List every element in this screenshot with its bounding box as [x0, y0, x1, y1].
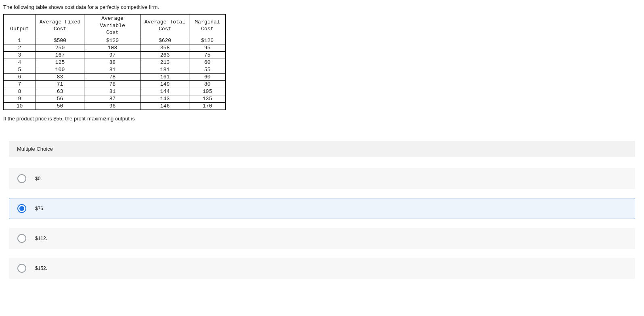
cell-atc: 181	[141, 66, 189, 73]
cell-afc: 100	[36, 66, 84, 73]
cell-atc: 146	[141, 102, 189, 110]
cell-afc: 167	[36, 51, 84, 59]
th-avc: Average VariableCost	[84, 15, 141, 37]
cell-afc: 83	[36, 73, 84, 80]
mc-option[interactable]: $0.	[9, 168, 635, 189]
mc-option[interactable]: $112.	[9, 228, 635, 249]
cell-out: 4	[4, 59, 36, 66]
radio-icon[interactable]	[17, 204, 26, 213]
radio-icon[interactable]	[17, 264, 26, 273]
cell-out: 1	[4, 37, 36, 44]
cell-afc: $500	[36, 37, 84, 44]
cell-out: 3	[4, 51, 36, 59]
radio-icon[interactable]	[17, 174, 26, 183]
table-row: 31679726375	[4, 51, 226, 59]
cell-out: 10	[4, 102, 36, 110]
table-row: 51008118155	[4, 66, 226, 73]
mc-option[interactable]: $152.	[9, 258, 635, 279]
mc-title: Multiple Choice	[9, 141, 635, 157]
cell-out: 6	[4, 73, 36, 80]
table-row: 41258821360	[4, 59, 226, 66]
mc-option-label: $76.	[35, 206, 44, 211]
cell-out: 8	[4, 88, 36, 95]
table-row: 6837816160	[4, 73, 226, 80]
cell-afc: 50	[36, 102, 84, 110]
cell-mc: 80	[189, 80, 226, 88]
cell-atc: 358	[141, 44, 189, 51]
cell-afc: 56	[36, 95, 84, 102]
cell-atc: 149	[141, 80, 189, 88]
mc-option-label: $0.	[35, 176, 42, 181]
cell-avc: 81	[84, 88, 141, 95]
cell-atc: 263	[141, 51, 189, 59]
cell-avc: 88	[84, 59, 141, 66]
cell-mc: 105	[189, 88, 226, 95]
cell-avc: $120	[84, 37, 141, 44]
cell-avc: 78	[84, 73, 141, 80]
cell-mc: 170	[189, 102, 226, 110]
cell-afc: 71	[36, 80, 84, 88]
mc-option[interactable]: $76.	[9, 198, 635, 219]
table-row: 95687143135	[4, 95, 226, 102]
cell-atc: 144	[141, 88, 189, 95]
th-afc: Average FixedCost	[36, 15, 84, 37]
cell-avc: 81	[84, 66, 141, 73]
cell-mc: $120	[189, 37, 226, 44]
cell-atc: 161	[141, 73, 189, 80]
table-row: 105096146170	[4, 102, 226, 110]
cell-out: 2	[4, 44, 36, 51]
mc-option-label: $112.	[35, 236, 47, 241]
cell-afc: 250	[36, 44, 84, 51]
cell-avc: 87	[84, 95, 141, 102]
th-mc: MarginalCost	[189, 15, 226, 37]
cell-mc: 95	[189, 44, 226, 51]
cell-atc: 143	[141, 95, 189, 102]
cell-out: 7	[4, 80, 36, 88]
table-row: 225010835895	[4, 44, 226, 51]
cell-avc: 108	[84, 44, 141, 51]
multiple-choice-block: Multiple Choice $0.$76.$112.$152.	[9, 141, 635, 279]
question-text: If the product price is $55, the profit-…	[3, 116, 641, 122]
cell-atc: 213	[141, 59, 189, 66]
cell-mc: 60	[189, 59, 226, 66]
table-row: 86381144105	[4, 88, 226, 95]
cell-mc: 75	[189, 51, 226, 59]
th-atc: Average TotalCost	[141, 15, 189, 37]
cell-avc: 96	[84, 102, 141, 110]
cell-mc: 135	[189, 95, 226, 102]
table-row: 1$500$120$620$120	[4, 37, 226, 44]
cell-mc: 55	[189, 66, 226, 73]
question-intro: The following table shows cost data for …	[3, 4, 641, 10]
cell-out: 5	[4, 66, 36, 73]
cell-out: 9	[4, 95, 36, 102]
table-row: 7717814980	[4, 80, 226, 88]
cell-avc: 97	[84, 51, 141, 59]
cell-avc: 78	[84, 80, 141, 88]
radio-icon[interactable]	[17, 234, 26, 243]
cell-afc: 125	[36, 59, 84, 66]
cell-atc: $620	[141, 37, 189, 44]
th-output: Output	[4, 15, 36, 37]
cell-mc: 60	[189, 73, 226, 80]
mc-option-label: $152.	[35, 265, 47, 271]
cell-afc: 63	[36, 88, 84, 95]
cost-table: Output Average FixedCost Average Variabl…	[3, 14, 226, 110]
